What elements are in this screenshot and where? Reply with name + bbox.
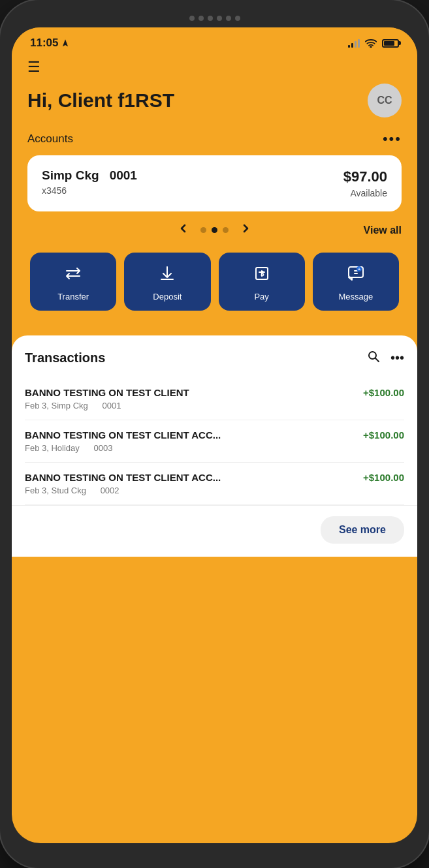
svg-line-8: [375, 358, 379, 362]
accounts-header: Accounts •••: [27, 131, 402, 147]
transfer-button[interactable]: Transfer: [30, 253, 116, 311]
transactions-more-icon[interactable]: •••: [390, 350, 404, 365]
deposit-button[interactable]: Deposit: [124, 253, 210, 311]
carousel-dot-3: [223, 227, 229, 233]
phone-frame: 11:05: [0, 0, 429, 868]
transfer-label: Transfer: [57, 292, 89, 302]
account-card[interactable]: Simp Ckg 0001 x3456 $97.00 Available: [27, 155, 402, 211]
account-balance: $97.00: [343, 168, 387, 185]
tx-amount: +$100.00: [363, 429, 404, 441]
accounts-label: Accounts: [27, 132, 73, 146]
phone-notch: [12, 12, 417, 27]
svg-text:+: +: [358, 267, 360, 271]
table-row[interactable]: BANNO TESTING ON TEST CLIENT ACC... Feb …: [25, 420, 404, 463]
carousel-dot-2: [212, 227, 217, 233]
svg-point-1: [370, 46, 372, 48]
carousel-next[interactable]: [235, 221, 256, 240]
tx-amount: +$100.00: [363, 387, 404, 398]
status-time: 11:05: [30, 37, 70, 50]
account-left: Simp Ckg 0001 x3456: [42, 168, 137, 196]
signal-icon: [348, 39, 360, 48]
tx-name: BANNO TESTING ON TEST CLIENT: [25, 387, 189, 398]
carousel-dots: [200, 227, 229, 233]
greeting-text: Hi, Client f1RST: [27, 89, 174, 112]
wifi-icon: [365, 39, 377, 48]
transactions-header: Transactions •••: [25, 350, 404, 366]
transactions-icons: •••: [367, 350, 404, 366]
transactions-search-icon[interactable]: [367, 350, 380, 366]
carousel-prev[interactable]: [173, 221, 194, 240]
status-bar: 11:05: [12, 27, 417, 54]
tx-sub: Feb 3, Holiday 0003: [25, 443, 221, 453]
account-available: Available: [343, 188, 387, 198]
account-name: Simp Ckg: [42, 168, 99, 183]
svg-marker-0: [63, 39, 68, 46]
transfer-icon: [64, 264, 82, 285]
tx-left: BANNO TESTING ON TEST CLIENT ACC... Feb …: [25, 429, 221, 453]
tx-name: BANNO TESTING ON TEST CLIENT ACC...: [25, 472, 221, 483]
tx-left: BANNO TESTING ON TEST CLIENT ACC... Feb …: [25, 472, 221, 495]
phone-screen: 11:05: [12, 27, 417, 843]
notch-dots: [189, 16, 240, 21]
see-more-row: See more: [25, 506, 404, 557]
account-sub: x3456: [42, 185, 137, 196]
tx-left: BANNO TESTING ON TEST CLIENT Feb 3, Simp…: [25, 387, 189, 411]
tx-name: BANNO TESTING ON TEST CLIENT ACC...: [25, 429, 221, 441]
table-row[interactable]: BANNO TESTING ON TEST CLIENT Feb 3, Simp…: [25, 378, 404, 420]
svg-text:$: $: [261, 270, 264, 277]
greeting-row: Hi, Client f1RST CC: [27, 84, 402, 117]
tx-amount: +$100.00: [363, 472, 404, 483]
pay-icon: $: [253, 264, 271, 285]
transactions-section: Transactions ••• BANNO TESTING ON TEST C…: [12, 335, 417, 557]
avatar[interactable]: CC: [368, 84, 402, 117]
transactions-title: Transactions: [25, 350, 105, 365]
deposit-icon: [158, 264, 176, 285]
pay-label: Pay: [254, 292, 268, 302]
deposit-label: Deposit: [153, 292, 182, 302]
account-right: $97.00 Available: [343, 168, 387, 198]
status-icons: [348, 39, 399, 48]
account-number: 0001: [110, 168, 137, 183]
carousel-nav: View all: [27, 221, 402, 240]
tx-sub: Feb 3, Simp Ckg 0001: [25, 401, 189, 411]
accounts-more-button[interactable]: •••: [383, 131, 402, 147]
header: ☰ Hi, Client f1RST CC Accounts ••• Simp …: [12, 54, 417, 321]
message-button[interactable]: + Message: [313, 253, 399, 311]
see-more-button[interactable]: See more: [321, 516, 404, 544]
message-icon: +: [347, 264, 365, 285]
tx-sub: Feb 3, Stud Ckg 0002: [25, 486, 221, 495]
view-all-link[interactable]: View all: [364, 225, 402, 236]
pay-button[interactable]: $ Pay: [219, 253, 305, 311]
location-icon: [61, 39, 70, 48]
table-row[interactable]: BANNO TESTING ON TEST CLIENT ACC... Feb …: [25, 463, 404, 505]
menu-icon[interactable]: ☰: [27, 59, 402, 76]
message-label: Message: [339, 292, 373, 302]
carousel-dot-1: [200, 227, 206, 233]
action-buttons: Transfer Deposit: [27, 253, 402, 311]
battery-icon: [382, 39, 399, 48]
